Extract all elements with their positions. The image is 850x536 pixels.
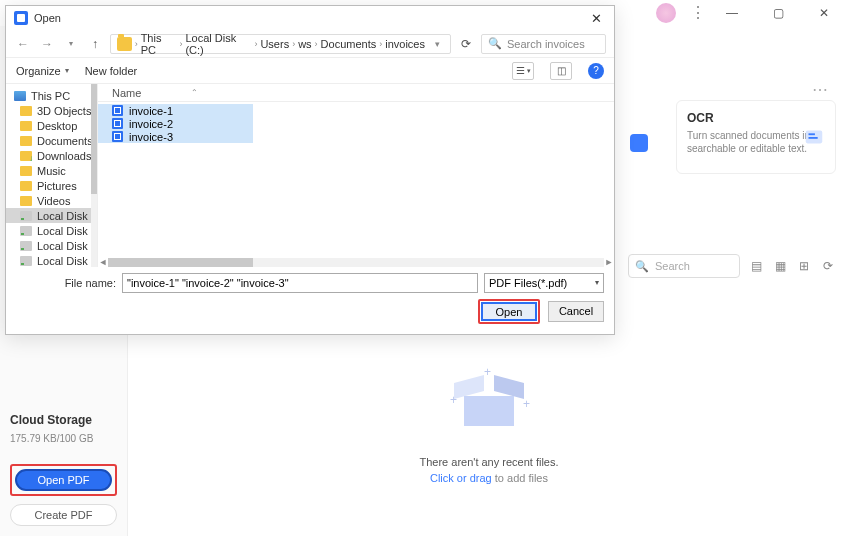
grid-view-icon[interactable]: ▦ <box>772 259 788 273</box>
avatar[interactable] <box>656 3 676 23</box>
organize-button[interactable]: Organize▾ <box>16 65 69 77</box>
tree-downloads[interactable]: Downloads <box>6 148 97 163</box>
empty-state: + + + There aren't any recent files. Cli… <box>339 371 639 484</box>
ocr-title: OCR <box>687 111 825 125</box>
file-list-pane: Name ⌃ invoice-1 invoice-2 invoice-3 ◄ ► <box>98 84 614 267</box>
tree-local-e[interactable]: Local Disk (E:) <box>6 238 97 253</box>
ocr-icon <box>803 126 825 148</box>
empty-text: There aren't any recent files. <box>339 456 639 468</box>
minimize-button[interactable]: — <box>710 2 754 24</box>
tree-music[interactable]: Music <box>6 163 97 178</box>
filename-label: File name: <box>16 277 116 289</box>
refresh-icon[interactable]: ⟳ <box>820 259 836 273</box>
breadcrumb-dropdown-icon[interactable]: ▾ <box>431 39 444 49</box>
pdf-app-icon <box>14 11 28 25</box>
svg-rect-2 <box>809 137 818 139</box>
file-list: invoice-1 invoice-2 invoice-3 <box>98 102 614 258</box>
cloud-storage-size: 175.79 KB/100 GB <box>10 433 117 444</box>
file-list-header[interactable]: Name ⌃ <box>98 84 614 102</box>
tree-documents[interactable]: Documents <box>6 133 97 148</box>
svg-rect-1 <box>809 133 815 135</box>
help-icon[interactable]: ? <box>588 63 604 79</box>
search-row: 🔍 Search ▤ ▦ ⊞ ⟳ <box>628 254 836 278</box>
tree-local-d[interactable]: Local Disk (D:) <box>6 223 97 238</box>
preview-pane-button[interactable]: ◫ <box>550 62 572 80</box>
dialog-footer: File name: PDF Files(*.pdf)▾ Open Cancel <box>6 267 614 335</box>
search-input[interactable]: 🔍 Search <box>628 254 740 278</box>
dialog-button-row: Open Cancel <box>16 299 604 325</box>
open-pdf-highlight: Open PDF <box>10 464 117 496</box>
ocr-feature-card[interactable]: OCR Turn scanned documents into searchab… <box>676 100 836 174</box>
tree-pictures[interactable]: Pictures <box>6 178 97 193</box>
breadcrumb[interactable]: › This PC› Local Disk (C:)› Users› ws› D… <box>110 34 451 54</box>
feature-tile-icon[interactable] <box>630 134 648 152</box>
breadcrumb-item[interactable]: Documents <box>321 38 377 50</box>
tree-local-f[interactable]: Local Disk (F:) <box>6 253 97 267</box>
tree-desktop[interactable]: Desktop <box>6 118 97 133</box>
breadcrumb-item[interactable]: Users <box>260 38 289 50</box>
tree-scroll-thumb[interactable] <box>91 84 97 194</box>
kebab-menu-icon[interactable]: ⋮ <box>688 8 708 18</box>
more-options-icon[interactable]: ⋯ <box>812 80 830 99</box>
dialog-titlebar: Open ✕ <box>6 6 614 30</box>
click-drag-link[interactable]: Click or drag <box>430 472 492 484</box>
open-pdf-button[interactable]: Open PDF <box>15 469 112 491</box>
scroll-thumb[interactable] <box>108 258 253 267</box>
list-view-icon[interactable]: ▤ <box>748 259 764 273</box>
new-folder-button[interactable]: New folder <box>85 65 138 77</box>
scroll-left-icon[interactable]: ◄ <box>98 257 108 267</box>
column-name[interactable]: Name <box>112 87 141 99</box>
view-mode-button[interactable]: ☰▾ <box>512 62 534 80</box>
file-row[interactable]: invoice-3 <box>98 130 253 143</box>
dialog-cancel-button[interactable]: Cancel <box>548 301 604 322</box>
dialog-open-button[interactable]: Open <box>481 302 537 321</box>
horizontal-scrollbar[interactable]: ◄ ► <box>98 258 614 267</box>
dialog-title: Open <box>34 12 586 24</box>
file-row[interactable]: invoice-2 <box>98 117 253 130</box>
dialog-search-placeholder: Search invoices <box>507 38 585 50</box>
filename-input[interactable] <box>122 273 478 293</box>
view-options: ▤ ▦ ⊞ ⟳ <box>748 259 836 273</box>
search-placeholder: Search <box>655 260 690 272</box>
dialog-toolbar: Organize▾ New folder ☰▾ ◫ ? <box>6 58 614 84</box>
nav-refresh-icon[interactable]: ⟳ <box>457 37 475 51</box>
dialog-search-input[interactable]: 🔍 Search invoices <box>481 34 606 54</box>
empty-box-icon: + + + <box>454 371 524 426</box>
dialog-body: This PC 3D Objects Desktop Documents Dow… <box>6 84 614 267</box>
search-icon: 🔍 <box>635 260 649 273</box>
pdf-file-icon <box>112 131 123 142</box>
cloud-storage-label: Cloud Storage <box>10 413 117 427</box>
breadcrumb-item[interactable]: ws <box>298 38 311 50</box>
breadcrumb-item[interactable]: This PC <box>141 32 177 56</box>
filter-icon[interactable]: ⊞ <box>796 259 812 273</box>
breadcrumb-item[interactable]: Local Disk (C:) <box>185 32 251 56</box>
breadcrumb-item[interactable]: invoices <box>385 38 425 50</box>
open-button-highlight: Open <box>478 299 540 325</box>
nav-up-icon[interactable]: ↑ <box>86 37 104 51</box>
tree-3d-objects[interactable]: 3D Objects <box>6 103 97 118</box>
filename-row: File name: PDF Files(*.pdf)▾ <box>16 273 604 293</box>
nav-back-icon[interactable]: ← <box>14 37 32 51</box>
empty-link: Click or drag to add files <box>339 472 639 484</box>
filetype-select[interactable]: PDF Files(*.pdf)▾ <box>484 273 604 293</box>
nav-history-icon[interactable]: ▾ <box>62 39 80 48</box>
pdf-file-icon <box>112 118 123 129</box>
open-dialog: Open ✕ ← → ▾ ↑ › This PC› Local Disk (C:… <box>5 5 615 335</box>
create-pdf-button[interactable]: Create PDF <box>10 504 117 526</box>
dialog-close-button[interactable]: ✕ <box>586 11 606 26</box>
tree-videos[interactable]: Videos <box>6 193 97 208</box>
search-icon: 🔍 <box>488 37 502 50</box>
pdf-file-icon <box>112 105 123 116</box>
maximize-button[interactable]: ▢ <box>756 2 800 24</box>
tree-local-c[interactable]: Local Disk (C:) <box>6 208 97 223</box>
dialog-nav: ← → ▾ ↑ › This PC› Local Disk (C:)› User… <box>6 30 614 58</box>
file-row[interactable]: invoice-1 <box>98 104 253 117</box>
folder-icon <box>117 37 132 51</box>
folder-tree: This PC 3D Objects Desktop Documents Dow… <box>6 84 98 267</box>
sort-caret-icon[interactable]: ⌃ <box>191 88 198 97</box>
tree-this-pc[interactable]: This PC <box>6 88 97 103</box>
close-button[interactable]: ✕ <box>802 2 846 24</box>
nav-forward-icon[interactable]: → <box>38 37 56 51</box>
scroll-right-icon[interactable]: ► <box>604 257 614 267</box>
